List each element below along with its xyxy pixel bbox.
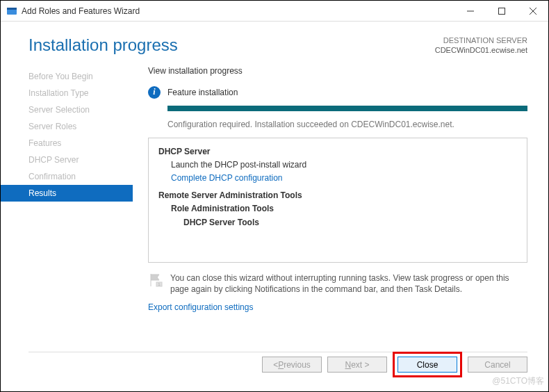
sidebar: Before You Begin Installation Type Serve…	[1, 63, 133, 313]
hint-row: 1 You can close this wizard without inte…	[148, 272, 527, 296]
window-title: Add Roles and Features Wizard	[22, 6, 454, 16]
sidebar-item-confirmation: Confirmation	[1, 168, 133, 185]
svg-rect-1	[7, 8, 17, 10]
details-role-admin-tools: Role Administration Tools	[158, 202, 517, 215]
page-title: Installation progress	[28, 35, 178, 55]
sidebar-item-results[interactable]: Results	[1, 185, 133, 202]
status-row: i Feature installation	[148, 86, 527, 99]
details-dhcp-server: DHCP Server	[158, 145, 517, 158]
sidebar-item-server-roles: Server Roles	[1, 118, 133, 135]
titlebar: Add Roles and Features Wizard	[1, 1, 548, 22]
details-launch-wizard: Launch the DHCP post-install wizard	[158, 158, 517, 172]
status-text: Feature installation	[167, 88, 238, 97]
app-icon	[6, 6, 17, 17]
sidebar-item-features: Features	[1, 135, 133, 152]
sidebar-item-installation-type: Installation Type	[1, 85, 133, 101]
flag-icon: 1	[148, 272, 163, 288]
main-area: Before You Begin Installation Type Serve…	[1, 63, 548, 313]
sidebar-item-server-selection: Server Selection	[1, 101, 133, 118]
link-complete-dhcp-config[interactable]: Complete DHCP configuration	[158, 172, 517, 185]
link-export-config[interactable]: Export configuration settings	[148, 302, 253, 312]
content: View installation progress i Feature ins…	[133, 63, 548, 313]
details-dhcp-server-tools: DHCP Server Tools	[158, 216, 517, 229]
sidebar-item-before-you-begin: Before You Begin	[1, 68, 133, 85]
details-box: DHCP Server Launch the DHCP post-install…	[148, 138, 527, 263]
sidebar-item-dhcp-server: DHCP Server	[1, 152, 133, 168]
hint-text: You can close this wizard without interr…	[170, 272, 527, 296]
cancel-button: Cancel	[468, 357, 527, 373]
destination-value: CDECWinDC01.ecwise.net	[435, 45, 527, 55]
destination-label: DESTINATION SERVER	[435, 35, 527, 45]
details-rsat: Remote Server Administration Tools	[158, 189, 517, 202]
close-window-button[interactable]	[517, 1, 548, 21]
button-row: < PPreviousrevious Next >Next > Close Ca…	[262, 352, 527, 377]
header: Installation progress DESTINATION SERVER…	[1, 22, 548, 63]
maximize-button[interactable]	[486, 1, 517, 21]
close-button[interactable]: Close	[398, 357, 457, 373]
svg-rect-3	[498, 8, 505, 14]
destination-block: DESTINATION SERVER CDECWinDC01.ecwise.ne…	[435, 35, 527, 56]
close-highlight-annotation: Close	[393, 352, 462, 377]
progress-bar	[167, 106, 527, 111]
minimize-button[interactable]	[454, 1, 486, 21]
info-icon: i	[148, 86, 161, 99]
next-button: Next >Next >	[327, 357, 387, 373]
content-title: View installation progress	[148, 66, 527, 76]
status-message: Configuration required. Installation suc…	[167, 120, 527, 129]
previous-button: < PPreviousrevious	[262, 357, 322, 373]
